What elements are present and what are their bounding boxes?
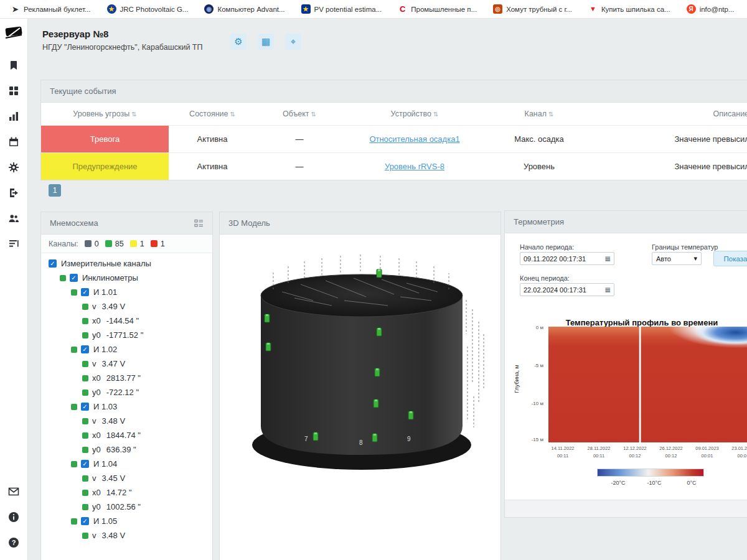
column-header-threat-level[interactable]: Уровень угрозы⇅ xyxy=(41,103,169,125)
device-link[interactable]: Уровень rRVS-8 xyxy=(385,162,444,171)
count-label: 85 xyxy=(115,240,124,248)
main-content: Резервуар №8 НГДУ "Лениногорскнефть", Ка… xyxy=(28,19,747,560)
sort-icon[interactable]: ⇅ xyxy=(230,111,235,118)
temp-bounds-select[interactable]: Авто ▾ xyxy=(652,252,702,265)
sidebar-item-bookmarks[interactable] xyxy=(0,52,28,78)
tree-node-label: И 1.05 xyxy=(93,516,117,526)
location-icon: ⌖ xyxy=(291,36,296,47)
period-start-input[interactable]: 09.11.2022 00:17:31 ▦ xyxy=(520,252,614,265)
settings-button[interactable]: ⚙ xyxy=(230,34,247,50)
users-icon xyxy=(8,213,19,224)
checkbox-checked[interactable] xyxy=(81,288,89,296)
mnemoschema-header: Мнемосхема xyxy=(41,212,212,235)
channel-status-icon xyxy=(82,318,88,324)
show-button[interactable]: Показать xyxy=(713,251,747,266)
calendar-icon[interactable]: ▦ xyxy=(605,286,611,293)
y-tick-label: -15 м xyxy=(527,437,543,442)
sidebar-item-info[interactable] xyxy=(0,504,28,530)
bookmark-item[interactable]: ▼ Купить шпилька са... xyxy=(580,0,679,18)
tree-leaf-label: v xyxy=(92,416,96,426)
svg-text:?: ? xyxy=(12,538,16,546)
tree-settings-icon[interactable] xyxy=(194,219,204,228)
sidebar-item-users[interactable] xyxy=(0,205,28,231)
tree-node[interactable]: И 1.03 xyxy=(41,399,212,414)
page-header: Резервуар №8 НГДУ "Лениногорскнефть", Ка… xyxy=(42,29,202,52)
column-header-device[interactable]: Устройство⇅ xyxy=(343,103,486,125)
bookmark-item[interactable]: C Промышленные п... xyxy=(390,0,485,18)
bookmark-item[interactable]: ◎ Хомут трубный с г... xyxy=(485,0,580,18)
event-description: Значение превысило пороговое xyxy=(592,125,747,152)
tree-leaf: y0-1771.52 " xyxy=(41,328,212,342)
bookmark-label: info@ntp... xyxy=(700,6,735,13)
tree-node[interactable]: И 1.04 xyxy=(41,457,212,471)
channel-status-icon xyxy=(71,347,77,353)
sort-icon[interactable]: ⇅ xyxy=(131,111,136,118)
tree-node[interactable]: Инклинометры xyxy=(41,271,212,285)
info-icon xyxy=(8,511,19,523)
gear-icon: ⚙ xyxy=(234,36,242,47)
tree-node[interactable]: И 1.02 xyxy=(41,342,212,357)
app-logo[interactable] xyxy=(4,25,23,42)
sidebar-item-charts[interactable] xyxy=(0,103,28,129)
period-end-input[interactable]: 22.02.2024 00:17:31 ▦ xyxy=(520,283,614,296)
ranking-icon xyxy=(8,238,19,250)
channel-status-icon xyxy=(82,447,88,453)
logout-icon xyxy=(8,187,19,198)
device-link[interactable]: Относительная осадка1 xyxy=(369,134,459,144)
sort-icon[interactable]: ⇅ xyxy=(311,111,316,118)
bookmark-label: Хомут трубный с г... xyxy=(506,6,572,13)
tree-node[interactable]: И 1.01 xyxy=(41,285,212,299)
tree-leaf-value: 3.47 V xyxy=(102,359,126,368)
column-header-description[interactable]: Описание⇅ xyxy=(592,103,747,125)
tree-leaf-value: 3.48 V xyxy=(102,416,126,426)
checkbox-checked[interactable] xyxy=(70,274,78,282)
checkbox-checked[interactable] xyxy=(81,517,89,525)
checkbox-checked[interactable] xyxy=(81,345,89,353)
sort-icon[interactable]: ⇅ xyxy=(548,111,553,118)
event-channel: Макс. осадка xyxy=(486,125,592,152)
bookmark-item[interactable]: Я info@ntp... xyxy=(679,0,743,18)
sidebar-item-calendar[interactable] xyxy=(0,129,28,154)
channel-status-icon xyxy=(82,390,88,396)
tree-node[interactable]: И 1.05 xyxy=(41,514,212,528)
event-object: — xyxy=(256,125,343,152)
bookmark-item[interactable]: ★ PV potential estima... xyxy=(293,0,390,18)
tree-leaf: y0636.39 " xyxy=(41,442,212,457)
events-panel-title: Текущие события xyxy=(50,86,116,96)
checkbox-checked[interactable] xyxy=(81,403,89,411)
calendar-icon[interactable]: ▦ xyxy=(605,255,611,262)
sidebar-item-ranking[interactable] xyxy=(0,231,28,256)
sort-icon[interactable]: ⇅ xyxy=(433,111,438,118)
sidebar-item-settings[interactable] xyxy=(0,154,28,180)
y-tick-label: -10 м xyxy=(527,401,543,406)
temperature-heatmap[interactable] xyxy=(548,327,747,442)
sidebar-item-logout[interactable] xyxy=(0,180,28,205)
column-header-object[interactable]: Объект⇅ xyxy=(256,103,343,125)
widgets-button[interactable]: ▦ xyxy=(258,34,274,50)
channel-count-yellow: 1 xyxy=(130,240,144,248)
period-start-label: Начало периода: xyxy=(520,243,574,251)
column-header-channel[interactable]: Канал⇅ xyxy=(486,103,592,125)
yellow-square-icon xyxy=(130,240,137,247)
period-end-value: 22.02.2024 00:17:31 xyxy=(524,286,586,294)
channel-status-icon xyxy=(82,533,88,539)
temperature-colorbar xyxy=(597,469,704,477)
tree-leaf: v3.49 V xyxy=(41,299,212,314)
tree-leaf-label: y0 xyxy=(92,330,101,340)
column-header-state[interactable]: Состояние⇅ xyxy=(169,103,256,125)
bookmark-item[interactable]: ➤ Рекламный буклет... xyxy=(2,0,99,18)
column-label: Канал xyxy=(525,110,547,118)
model-3d-viewport[interactable]: 7 8 9 xyxy=(220,235,500,560)
tree-node[interactable]: Измерительные каналы xyxy=(41,256,212,271)
location-button[interactable]: ⌖ xyxy=(285,34,301,50)
sidebar-item-mail[interactable] xyxy=(0,478,28,504)
bookmark-item[interactable]: ★ JRC Photovoltaic G... xyxy=(99,0,197,18)
checkbox-checked[interactable] xyxy=(49,259,57,268)
sidebar-item-dashboard[interactable] xyxy=(0,78,28,103)
logo-icon xyxy=(4,25,23,40)
page-1-button[interactable]: 1 xyxy=(49,184,61,197)
sidebar-item-help[interactable]: ? xyxy=(0,530,28,555)
colorbar-label: -20°C xyxy=(611,480,625,486)
checkbox-checked[interactable] xyxy=(81,460,89,468)
bookmark-item[interactable]: ◉ Компьютер Advant... xyxy=(196,0,293,18)
